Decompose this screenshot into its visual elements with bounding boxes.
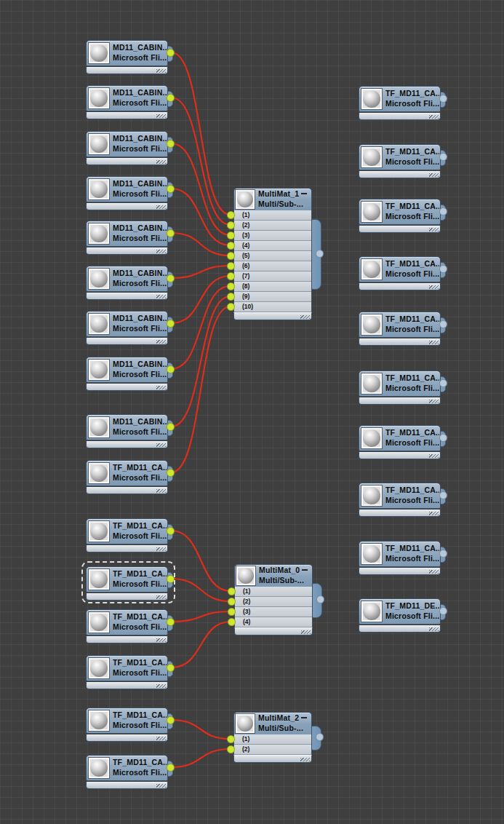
material-node-body[interactable]: TF_MD11_CA... Microsoft Fli... xyxy=(86,655,168,681)
input-socket[interactable] xyxy=(227,735,235,743)
material-thumbnail[interactable] xyxy=(89,710,109,731)
multimat-output-socket[interactable] xyxy=(316,250,324,258)
material-thumbnail[interactable] xyxy=(236,190,255,209)
material-thumbnail[interactable] xyxy=(361,147,382,167)
resize-grip-icon[interactable] xyxy=(156,489,166,493)
output-socket[interactable] xyxy=(439,265,447,273)
output-socket[interactable] xyxy=(439,491,447,499)
material-thumbnail[interactable] xyxy=(89,43,109,63)
material-node-body[interactable]: MD11_CABIN... Microsoft Fli... xyxy=(86,176,168,202)
input-slot[interactable]: (2) xyxy=(234,745,311,755)
material-node[interactable]: TF_MD11_DE... Microsoft Fli... xyxy=(359,598,441,633)
input-socket[interactable] xyxy=(227,211,235,219)
output-socket[interactable] xyxy=(439,95,447,103)
output-socket[interactable] xyxy=(167,618,175,626)
output-socket[interactable] xyxy=(439,607,447,615)
node-footer[interactable] xyxy=(86,293,168,300)
output-socket[interactable] xyxy=(167,185,175,193)
material-node[interactable]: TF_MD11_CA... Microsoft Fli... xyxy=(359,256,441,290)
material-node[interactable]: TF_MD11_CA... Microsoft Fli... xyxy=(359,541,441,575)
material-node[interactable]: TF_MD11_CA... Microsoft Fli... xyxy=(359,371,441,405)
input-socket[interactable] xyxy=(227,231,235,239)
material-node-body[interactable]: TF_MD11_CA... Microsoft Fli... xyxy=(359,86,441,112)
resize-grip-icon[interactable] xyxy=(300,758,310,761)
input-socket[interactable] xyxy=(227,221,235,229)
input-socket[interactable] xyxy=(227,242,235,250)
output-socket[interactable] xyxy=(167,664,175,672)
node-footer[interactable] xyxy=(86,158,168,165)
material-node[interactable]: MD11_CABIN... Microsoft Fli... xyxy=(86,176,168,210)
material-node[interactable]: TF_MD11_CA... Microsoft Fli... xyxy=(86,609,168,643)
material-node-body[interactable]: TF_MD11_CA... Microsoft Fli... xyxy=(86,755,168,781)
input-socket[interactable] xyxy=(228,608,236,616)
resize-grip-icon[interactable] xyxy=(156,340,166,344)
resize-grip-icon[interactable] xyxy=(429,570,439,574)
material-node[interactable]: TF_MD11_CA... Microsoft Fli... xyxy=(86,566,168,601)
node-footer[interactable] xyxy=(233,755,312,763)
material-node-body[interactable]: TF_MD11_CA... Microsoft Fli... xyxy=(86,566,168,593)
material-node[interactable]: TF_MD11_CA... Microsoft Fli... xyxy=(86,755,168,789)
input-slot[interactable]: (6) xyxy=(234,261,311,272)
node-footer[interactable] xyxy=(359,226,441,233)
material-thumbnail[interactable] xyxy=(361,202,382,222)
output-socket[interactable] xyxy=(439,550,447,558)
output-socket[interactable] xyxy=(439,379,447,387)
material-node[interactable]: TF_MD11_CA... Microsoft Fli... xyxy=(86,655,168,689)
node-footer[interactable] xyxy=(234,627,313,635)
resize-grip-icon[interactable] xyxy=(156,595,166,599)
material-node-body[interactable]: MD11_CABIN... Microsoft Fli... xyxy=(86,131,168,157)
material-thumbnail[interactable] xyxy=(361,89,382,109)
material-thumbnail[interactable] xyxy=(89,88,109,108)
input-slot[interactable]: (3) xyxy=(235,607,312,617)
input-slot[interactable]: (2) xyxy=(235,597,312,607)
input-socket[interactable] xyxy=(228,587,236,595)
input-socket[interactable] xyxy=(227,272,235,280)
material-node[interactable]: TF_MD11_CA... Microsoft Fli... xyxy=(86,708,168,742)
node-graph-canvas[interactable]: MD11_CABIN... Microsoft Fli... MD11_CABI… xyxy=(0,0,504,824)
input-socket[interactable] xyxy=(227,262,235,270)
node-footer[interactable] xyxy=(86,782,168,789)
node-footer[interactable] xyxy=(359,452,441,459)
material-node[interactable]: TF_MD11_CA... Microsoft Fli... xyxy=(359,144,441,178)
resize-grip-icon[interactable] xyxy=(156,638,166,642)
resize-grip-icon[interactable] xyxy=(156,205,166,209)
resize-grip-icon[interactable] xyxy=(156,114,166,118)
material-node-body[interactable]: MD11_CABIN... Microsoft Fli... xyxy=(86,85,168,111)
input-slot[interactable]: (7) xyxy=(234,272,311,282)
node-footer[interactable] xyxy=(86,112,168,119)
material-node[interactable]: MD11_CABIN... Microsoft Fli... xyxy=(86,221,168,255)
node-footer[interactable] xyxy=(86,338,168,345)
collapse-minus-icon[interactable] xyxy=(301,193,307,194)
node-footer[interactable] xyxy=(86,545,168,552)
material-thumbnail[interactable] xyxy=(89,521,109,542)
resize-grip-icon[interactable] xyxy=(429,173,439,177)
material-node-body[interactable]: TF_MD11_CA... Microsoft Fli... xyxy=(359,371,441,397)
node-footer[interactable] xyxy=(86,593,168,601)
material-node-body[interactable]: MD11_CABIN... Microsoft Fli... xyxy=(86,40,168,66)
output-socket[interactable] xyxy=(167,49,175,57)
material-node-body[interactable]: TF_MD11_CA... Microsoft Fli... xyxy=(359,144,441,170)
material-node[interactable]: TF_MD11_CA... Microsoft Fli... xyxy=(86,518,168,552)
material-node-body[interactable]: TF_MD11_CA... Microsoft Fli... xyxy=(86,518,168,544)
material-node-body[interactable]: TF_MD11_CA... Microsoft Fli... xyxy=(359,199,441,225)
resize-grip-icon[interactable] xyxy=(429,627,439,631)
resize-grip-icon[interactable] xyxy=(429,454,439,458)
node-footer[interactable] xyxy=(359,171,441,178)
output-socket[interactable] xyxy=(167,716,175,724)
node-footer[interactable] xyxy=(359,338,441,346)
material-node[interactable]: TF_MD11_CA... Microsoft Fli... xyxy=(359,199,441,233)
node-footer[interactable] xyxy=(359,568,441,575)
multimat-header[interactable]: MultiMat_1 Multi/Sub-... xyxy=(233,188,312,210)
input-slot[interactable]: (1) xyxy=(234,210,311,221)
material-node[interactable]: MD11_CABIN... Microsoft Fli... xyxy=(86,85,168,119)
material-thumbnail[interactable] xyxy=(89,658,109,678)
node-footer[interactable] xyxy=(86,67,168,74)
material-node[interactable]: MD11_CABIN... Microsoft Fli... xyxy=(86,357,168,391)
input-socket[interactable] xyxy=(227,745,235,753)
material-node[interactable]: TF_MD11_CA... Microsoft Fli... xyxy=(359,312,441,346)
material-node[interactable]: MD11_CABIN... Microsoft Fli... xyxy=(86,40,168,74)
material-node-body[interactable]: TF_MD11_CA... Microsoft Fli... xyxy=(359,425,441,451)
material-thumbnail[interactable] xyxy=(89,314,109,334)
output-socket[interactable] xyxy=(167,320,175,328)
input-slot[interactable]: (10) xyxy=(234,302,311,312)
